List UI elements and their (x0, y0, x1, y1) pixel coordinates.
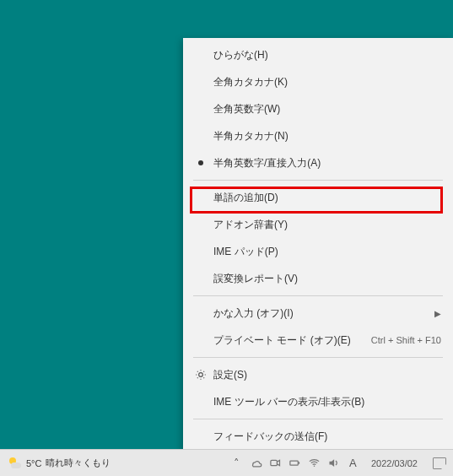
menu-item-settings[interactable]: 設定(S) (183, 361, 453, 388)
menu-item-halfwidth-alnum-direct[interactable]: 半角英数字/直接入力(A) (183, 149, 453, 176)
svg-rect-2 (299, 462, 299, 464)
radio-slot (191, 160, 210, 165)
menu-label: 半角英数字/直接入力(A) (210, 156, 441, 170)
chevron-up-icon[interactable]: ˄ (230, 457, 243, 469)
menu-label: プライベート モード (オフ)(E) (210, 333, 364, 348)
system-tray: ˄ A 2022/03/02 (227, 457, 453, 469)
temperature: 5°C (26, 458, 41, 468)
menu-item-kana-input[interactable]: かな入力 (オフ)(I) ▶ (183, 300, 453, 327)
menu-item-halfwidth-katakana[interactable]: 半角カタカナ(N) (183, 122, 453, 149)
ime-context-menu: ひらがな(H) 全角カタカナ(K) 全角英数字(W) 半角カタカナ(N) 半角英… (183, 38, 453, 453)
menu-item-send-feedback[interactable]: フィードバックの送信(F) (183, 423, 453, 450)
meet-now-icon[interactable] (269, 457, 282, 469)
onedrive-icon[interactable] (250, 457, 262, 469)
menu-item-toggle-ime-toolbar[interactable]: IME ツール バーの表示/非表示(B) (183, 388, 453, 415)
menu-label: 誤変換レポート(V) (210, 272, 441, 286)
menu-shortcut: Ctrl + Shift + F10 (371, 335, 441, 345)
selected-bullet-icon (198, 160, 203, 165)
submenu-arrow-icon: ▶ (434, 309, 441, 318)
menu-item-hiragana[interactable]: ひらがな(H) (183, 41, 453, 68)
svg-point-3 (314, 466, 315, 468)
menu-label: 全角カタカナ(K) (210, 75, 441, 89)
taskbar: 5°C 晴れ時々くもり ˄ A 2022/03/02 (0, 449, 453, 476)
menu-label: フィードバックの送信(F) (210, 430, 441, 444)
weather-text: 晴れ時々くもり (46, 457, 111, 469)
weather-icon (7, 456, 22, 471)
menu-item-misconversion-report[interactable]: 誤変換レポート(V) (183, 265, 453, 292)
ime-indicator[interactable]: A (347, 457, 359, 469)
taskbar-date[interactable]: 2022/03/02 (366, 458, 423, 468)
weather-widget[interactable]: 5°C 晴れ時々くもり (0, 456, 117, 471)
volume-icon[interactable] (327, 457, 340, 469)
wifi-icon[interactable] (308, 457, 321, 469)
menu-separator (193, 295, 443, 296)
menu-label: アドオン辞書(Y) (210, 218, 441, 232)
icon-slot (191, 369, 210, 381)
menu-label: 単語の追加(D) (210, 191, 441, 205)
gear-icon (195, 369, 207, 381)
battery-icon[interactable] (289, 457, 301, 469)
menu-label: IME パッド(P) (210, 245, 441, 259)
menu-label: 半角カタカナ(N) (210, 129, 441, 143)
menu-item-addon-dictionary[interactable]: アドオン辞書(Y) (183, 211, 453, 238)
menu-label: かな入力 (オフ)(I) (210, 306, 429, 321)
svg-rect-1 (290, 461, 298, 465)
menu-item-private-mode[interactable]: プライベート モード (オフ)(E) Ctrl + Shift + F10 (183, 327, 453, 354)
action-center-icon[interactable] (433, 457, 446, 469)
menu-separator (193, 357, 443, 358)
menu-item-ime-pad[interactable]: IME パッド(P) (183, 238, 453, 265)
menu-item-add-word[interactable]: 単語の追加(D) (183, 184, 453, 211)
menu-item-fullwidth-alnum[interactable]: 全角英数字(W) (183, 95, 453, 122)
menu-label: 設定(S) (210, 368, 441, 382)
menu-separator (193, 419, 443, 419)
menu-item-fullwidth-katakana[interactable]: 全角カタカナ(K) (183, 68, 453, 95)
menu-separator (193, 180, 443, 181)
menu-label: IME ツール バーの表示/非表示(B) (210, 395, 441, 409)
menu-label: 全角英数字(W) (210, 102, 441, 116)
svg-rect-0 (271, 460, 278, 465)
menu-label: ひらがな(H) (210, 48, 441, 62)
